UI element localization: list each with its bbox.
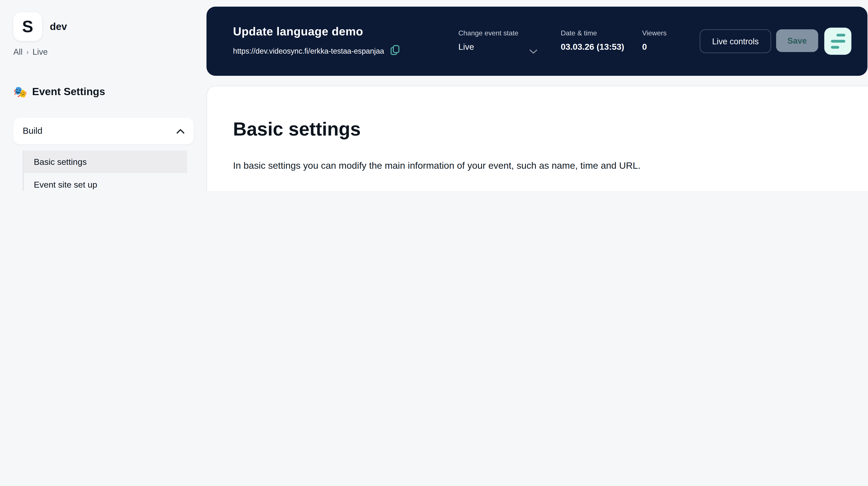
menu-lines-icon xyxy=(831,34,845,49)
breadcrumb-all[interactable]: All xyxy=(13,47,22,57)
sidebar-item-basic-settings[interactable]: Basic settings xyxy=(24,151,187,173)
state-value[interactable]: Live xyxy=(458,42,474,52)
state-label: Change event state xyxy=(458,29,518,37)
sidebar-item-event-site-set-up[interactable]: Event site set up xyxy=(24,173,187,191)
live-controls-button[interactable]: Live controls xyxy=(700,29,771,53)
masks-emoji-icon: 🎭 xyxy=(13,85,27,98)
sidebar-section-build-label: Build xyxy=(23,126,42,136)
event-settings-title: 🎭 Event Settings xyxy=(13,85,105,98)
datetime-label: Date & time xyxy=(561,29,597,37)
sidebar-section-build[interactable]: Build xyxy=(13,118,194,144)
breadcrumb: All › Live xyxy=(13,47,48,57)
chevron-down-icon[interactable] xyxy=(529,46,537,57)
workspace-name: dev xyxy=(50,12,67,41)
event-header-bar: Update language demo https://dev.videosy… xyxy=(207,7,867,76)
page-description: In basic settings you can modify the mai… xyxy=(233,160,641,171)
menu-lines-button[interactable] xyxy=(824,28,851,55)
copy-icon[interactable] xyxy=(390,45,400,58)
app-root: S dev All › Live 🎭 Event Settings Build … xyxy=(0,0,868,191)
breadcrumb-current[interactable]: Live xyxy=(32,47,48,57)
app-logo[interactable]: S xyxy=(13,12,42,41)
datetime-value: 03.03.26 (13:53) xyxy=(561,42,624,52)
viewers-value: 0 xyxy=(642,42,647,52)
event-url[interactable]: https://dev.videosync.fi/erkka-testaa-es… xyxy=(233,47,384,55)
breadcrumb-separator: › xyxy=(26,48,28,56)
event-settings-title-text: Event Settings xyxy=(32,86,105,98)
chevron-up-icon xyxy=(177,126,185,136)
event-title: Update language demo xyxy=(233,25,363,38)
save-button[interactable]: Save xyxy=(776,29,818,52)
viewers-label: Viewers xyxy=(642,29,667,37)
build-subnav: Basic settings Event site set up Videopl… xyxy=(23,151,187,191)
page-title: Basic settings xyxy=(233,118,361,140)
app-logo-letter: S xyxy=(22,17,33,36)
event-url-row: https://dev.videosync.fi/erkka-testaa-es… xyxy=(233,45,399,58)
